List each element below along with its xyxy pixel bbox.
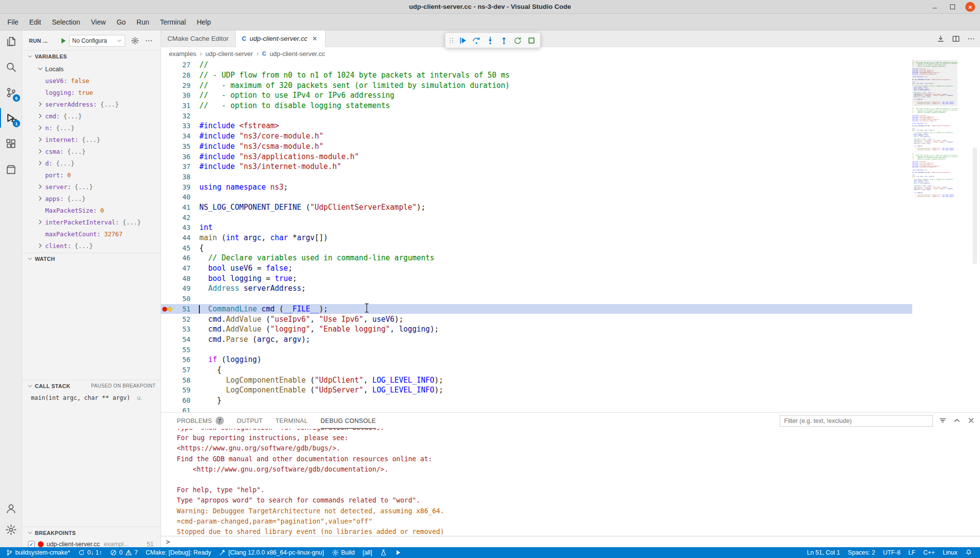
activity-source-control[interactable]: 6 bbox=[0, 83, 22, 102]
code-text[interactable]: NS_LOG_COMPONENT_DEFINE ("UdpClientServe… bbox=[191, 203, 426, 212]
gutter-margin[interactable] bbox=[161, 141, 174, 152]
breadcrumb-item-udp-client-server[interactable]: udp-client-server bbox=[205, 50, 253, 57]
gutter-margin[interactable] bbox=[161, 70, 174, 81]
variable-maxpacketcount[interactable]: maxPacketCount:32767 bbox=[22, 228, 161, 240]
activity-explorer[interactable] bbox=[0, 31, 22, 51]
console-input[interactable]: > bbox=[161, 536, 980, 547]
code-text[interactable]: LogComponentEnable ("UdpServer", LOG_LEV… bbox=[191, 386, 443, 394]
variable-maxpacketsize[interactable]: MaxPacketSize:0 bbox=[22, 204, 161, 216]
close-button[interactable]: × bbox=[965, 2, 975, 12]
section-breakpoints[interactable]: BREAKPOINTS bbox=[22, 527, 161, 538]
build-target[interactable]: [all] bbox=[358, 547, 376, 558]
maximize-panel-icon[interactable] bbox=[953, 417, 961, 424]
gutter-margin[interactable] bbox=[161, 182, 174, 192]
language-mode[interactable]: C++ bbox=[919, 547, 939, 558]
menu-item-file[interactable]: File bbox=[2, 14, 24, 30]
variable-port[interactable]: port:0 bbox=[22, 169, 161, 181]
gutter-margin[interactable] bbox=[161, 365, 174, 375]
eol[interactable]: LF bbox=[904, 547, 920, 558]
sync-status[interactable]: 0↓ 1↑ bbox=[74, 547, 106, 558]
variable-n[interactable]: n:{...} bbox=[22, 122, 161, 134]
gutter-margin[interactable] bbox=[161, 324, 174, 335]
variable-csma[interactable]: csma:{...} bbox=[22, 145, 161, 157]
menu-item-go[interactable]: Go bbox=[111, 14, 131, 30]
menu-item-view[interactable]: View bbox=[85, 14, 111, 30]
variable-cmd[interactable]: cmd:{...} bbox=[22, 110, 161, 122]
code-text[interactable]: Address serverAddress; bbox=[191, 284, 306, 293]
gutter-margin[interactable] bbox=[161, 151, 174, 162]
code-text[interactable]: // bbox=[191, 60, 208, 69]
breadcrumb-item-examples[interactable]: examples bbox=[169, 50, 196, 57]
menu-item-help[interactable]: Help bbox=[191, 14, 217, 30]
menu-item-terminal[interactable]: Terminal bbox=[155, 14, 191, 30]
gutter-margin[interactable] bbox=[161, 90, 174, 101]
breakpoint-checkbox[interactable]: ✓ bbox=[28, 541, 35, 548]
code-text[interactable]: cmd.Parse (argc, argv); bbox=[191, 335, 310, 344]
gutter-margin[interactable] bbox=[161, 60, 174, 70]
indentation[interactable]: Spaces: 2 bbox=[844, 547, 879, 558]
code-text[interactable]: CommandLine cmd (__FILE__); bbox=[191, 305, 328, 313]
activity-cmake-tools[interactable] bbox=[0, 160, 22, 179]
cursor-position[interactable]: Ln 51, Col 1 bbox=[803, 547, 844, 558]
section-variables[interactable]: VARIABLES bbox=[22, 50, 161, 62]
launch-button[interactable] bbox=[391, 547, 406, 558]
code-text[interactable]: #include "ns3/csma-module.h" bbox=[191, 142, 324, 151]
tab-udp-client-server-cc[interactable]: Cudp-client-server.cc× bbox=[236, 30, 326, 47]
breadcrumb-item-udp-client-server-cc[interactable]: udp-client-server.cc bbox=[270, 50, 325, 57]
gutter-margin[interactable] bbox=[161, 253, 174, 263]
gutter-margin[interactable] bbox=[161, 273, 174, 283]
activity-extensions[interactable] bbox=[0, 134, 22, 153]
gutter-margin[interactable] bbox=[161, 243, 174, 253]
variable-usev6[interactable]: useV6:false bbox=[22, 75, 161, 86]
gutter-margin[interactable] bbox=[161, 405, 174, 412]
menu-item-edit[interactable]: Edit bbox=[24, 14, 47, 30]
code-text[interactable]: // Declare variables used in command-lin… bbox=[191, 253, 435, 262]
gutter-margin[interactable] bbox=[161, 162, 174, 172]
gutter-margin[interactable] bbox=[161, 375, 174, 385]
gutter-margin[interactable] bbox=[161, 223, 174, 233]
panel-tab-output[interactable]: OUTPUT bbox=[237, 413, 263, 429]
activity-search[interactable] bbox=[0, 57, 22, 77]
variable-interpacketinterval[interactable]: interPacketInterval:{...} bbox=[22, 216, 161, 228]
gutter-margin[interactable] bbox=[161, 101, 174, 111]
panel-tab-problems[interactable]: PROBLEMS7 bbox=[177, 413, 224, 429]
code-text[interactable]: cmd.AddValue ("useIpv6", "Use Ipv6", use… bbox=[191, 315, 403, 324]
gutter-margin[interactable] bbox=[161, 233, 174, 243]
panel-tab-debug-console[interactable]: DEBUG CONSOLE bbox=[321, 413, 376, 429]
git-branch-status[interactable]: buildsystem-cmake* bbox=[2, 547, 74, 558]
filter-list-icon[interactable] bbox=[939, 417, 947, 424]
gutter-margin[interactable] bbox=[161, 344, 174, 355]
debug-continue-button[interactable] bbox=[457, 34, 469, 47]
minimap[interactable]: //// - UDP flow from n0 to n1 of 1024 by… bbox=[912, 60, 957, 412]
debug-step-into-button[interactable] bbox=[484, 34, 496, 47]
variable-apps[interactable]: apps:{...} bbox=[22, 193, 161, 204]
gutter-margin[interactable] bbox=[161, 202, 174, 213]
maximize-button[interactable] bbox=[948, 2, 957, 12]
code-text[interactable]: bool useV6 = false; bbox=[191, 264, 293, 273]
gutter-margin[interactable] bbox=[161, 395, 174, 406]
code-text[interactable]: main (int argc, char *argv[]) bbox=[191, 233, 328, 242]
manage-settings-button[interactable] bbox=[0, 520, 22, 539]
variable-logging[interactable]: logging:true bbox=[22, 86, 161, 98]
variable-internet[interactable]: internet:{...} bbox=[22, 134, 161, 145]
menu-item-run[interactable]: Run bbox=[131, 14, 155, 30]
notifications[interactable] bbox=[961, 547, 976, 558]
gutter-margin[interactable] bbox=[161, 335, 174, 345]
drag-handle[interactable] bbox=[448, 34, 455, 47]
code-text[interactable]: #include "ns3/core-module.h" bbox=[191, 132, 324, 140]
section-watch[interactable]: WATCH bbox=[22, 252, 161, 264]
code-text[interactable]: // - option to use IPv4 or IPv6 addressi… bbox=[191, 91, 394, 100]
menu-item-selection[interactable]: Selection bbox=[47, 14, 86, 30]
gutter-margin[interactable] bbox=[161, 111, 174, 121]
cmake-build-button[interactable]: Build bbox=[328, 547, 359, 558]
gutter-margin[interactable] bbox=[161, 172, 174, 182]
variables-scope-locals[interactable]: Locals bbox=[22, 63, 161, 75]
debug-config-dropdown[interactable]: No Configura bbox=[69, 35, 125, 47]
debug-restart-button[interactable] bbox=[512, 34, 524, 47]
debug-step-over-button[interactable] bbox=[470, 34, 483, 47]
gutter-margin[interactable] bbox=[161, 294, 174, 304]
code-text[interactable]: #include "ns3/internet-module.h" bbox=[191, 162, 341, 171]
gutter-margin[interactable] bbox=[161, 314, 174, 324]
run-more-actions[interactable] bbox=[145, 37, 153, 45]
code-text[interactable]: // - option to disable logging statement… bbox=[191, 101, 390, 110]
